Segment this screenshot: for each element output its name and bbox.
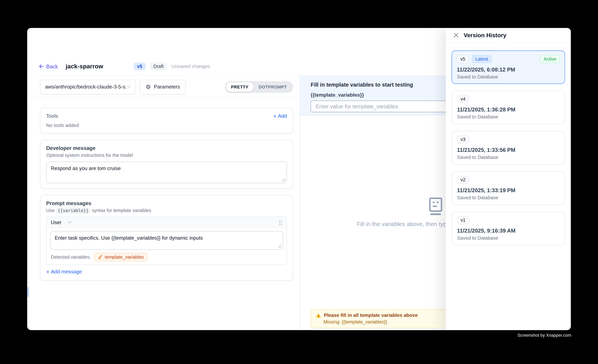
warning-icon: [316, 313, 321, 318]
version-history-title: Version History: [464, 32, 506, 39]
version-card-v4[interactable]: v411/21/2025, 1:36:28 PMSaved to Databas…: [452, 91, 565, 124]
header-badges: v5 Draft Unsaved changes: [133, 63, 210, 70]
pen-icon: [98, 255, 102, 259]
version-status: Saved to Database: [457, 114, 560, 120]
resize-grip-icon[interactable]: [278, 244, 281, 248]
message-card: User Enter task specifics. Use {{templat…: [46, 217, 287, 265]
version-list: v5LatestActive11/22/2025, 6:08:12 PMSave…: [446, 43, 571, 253]
plus-icon: +: [273, 113, 276, 119]
parameters-label: Parameters: [154, 84, 180, 90]
version-number-badge: v1: [457, 216, 469, 224]
version-number-badge: v2: [457, 176, 469, 184]
version-timestamp: 11/21/2025, 1:33:56 PM: [457, 147, 560, 153]
version-timestamp: 11/22/2025, 6:08:12 PM: [457, 66, 560, 73]
version-card-v5[interactable]: v5LatestActive11/22/2025, 6:08:12 PMSave…: [452, 50, 565, 84]
active-badge: Active: [540, 55, 560, 63]
detected-variable-badge[interactable]: template_variables: [94, 253, 148, 261]
version-history-panel: Version History v5LatestActive11/22/2025…: [446, 28, 571, 330]
version-number-badge: v4: [457, 95, 469, 103]
version-number-badge: v5: [457, 55, 469, 63]
detected-variables-row: Detected variables: template_variables: [50, 253, 283, 261]
tools-empty-text: No tools added: [46, 123, 287, 128]
watermark: Screenshot by Xnapper.com: [517, 333, 571, 338]
version-status: Saved to Database: [457, 74, 560, 79]
message-role-value: User: [51, 219, 61, 225]
drag-handle-icon[interactable]: [279, 220, 282, 225]
page-title: jack-sparrow: [66, 63, 103, 70]
variable-syntax-chip: {{variable}}: [56, 208, 91, 214]
prompt-messages-card: Prompt messages Use {{variable}} syntax …: [40, 195, 293, 281]
message-body: Enter task specifics. Use {{template_var…: [47, 228, 287, 265]
tools-title: Tools: [46, 113, 58, 119]
add-tool-label: Add: [278, 113, 287, 119]
warning-title: Please fill in all template variables ab…: [324, 313, 418, 318]
version-number-badge: v3: [457, 135, 469, 143]
version-status: Saved to Database: [457, 235, 560, 241]
gear-icon: ⚙: [146, 84, 151, 90]
developer-message-title: Developer message: [46, 145, 287, 151]
version-card-v2[interactable]: v211/21/2025, 1:33:19 PMSaved to Databas…: [452, 171, 565, 205]
tools-card: Tools + Add No tools added: [40, 108, 293, 133]
version-card-v3[interactable]: v311/21/2025, 1:33:56 PMSaved to Databas…: [452, 131, 565, 165]
hint-prefix: Use: [46, 208, 55, 213]
latest-badge: Latest: [472, 55, 492, 63]
version-history-header: Version History: [446, 28, 571, 43]
version-status: Saved to Database: [457, 155, 560, 160]
arrow-left-icon: [39, 64, 44, 69]
toggle-pretty[interactable]: PRETTY: [226, 82, 253, 91]
resize-grip-icon[interactable]: [282, 178, 285, 182]
draft-badge: Draft: [150, 63, 167, 70]
message-header: User: [47, 217, 287, 228]
model-select[interactable]: aws/anthropic/bedrock-claude-3-5-s...: [40, 79, 136, 94]
prompt-messages-title: Prompt messages: [46, 200, 287, 206]
message-role-select[interactable]: User: [51, 219, 72, 225]
model-select-value: aws/anthropic/bedrock-claude-3-5-s...: [45, 84, 127, 90]
developer-message-subtitle: Optional system instructions for the mod…: [46, 153, 287, 158]
version-status: Saved to Database: [457, 195, 560, 200]
developer-message-value: Respond as you are tom cruise: [51, 165, 121, 171]
version-timestamp: 11/21/2025, 1:36:28 PM: [457, 107, 560, 113]
robot-icon: [428, 197, 443, 215]
chevron-down-icon: [68, 221, 72, 224]
screenshot-stage: Back jack-sparrow v5 Draft Unsaved chang…: [0, 0, 598, 364]
prompt-messages-hint: Use {{variable}} syntax for template var…: [46, 208, 287, 213]
toggle-dotprompt[interactable]: DOTPROMPT: [254, 82, 292, 91]
background-window-accent: [27, 287, 29, 297]
version-card-v1[interactable]: v111/21/2025, 9:16:39 AMSaved to Databas…: [452, 212, 565, 246]
back-button[interactable]: Back: [39, 64, 58, 69]
close-icon[interactable]: [454, 33, 458, 38]
detected-variable-name: template_variables: [105, 254, 144, 260]
message-input[interactable]: Enter task specifics. Use {{template_var…: [50, 231, 283, 250]
editor-scroll-area: Tools + Add No tools added Developer mes…: [29, 98, 300, 330]
app-window: Back jack-sparrow v5 Draft Unsaved chang…: [29, 28, 571, 330]
add-message-button[interactable]: + Add message: [46, 269, 82, 274]
plus-icon: +: [46, 269, 49, 274]
hint-suffix: syntax for template variables: [92, 208, 151, 213]
parameters-button[interactable]: ⚙ Parameters: [140, 79, 186, 94]
version-badge: v5: [133, 63, 146, 70]
back-label: Back: [46, 64, 58, 69]
model-toolbar: aws/anthropic/bedrock-claude-3-5-s... ⚙ …: [29, 76, 300, 98]
chevron-down-icon: [127, 85, 131, 88]
version-timestamp: 11/21/2025, 9:16:39 AM: [457, 228, 560, 234]
unsaved-changes-label: Unsaved changes: [171, 64, 210, 69]
detected-variables-label: Detected variables:: [51, 254, 91, 260]
prompt-editor-panel: aws/anthropic/bedrock-claude-3-5-s... ⚙ …: [29, 76, 300, 330]
add-message-label: Add message: [51, 269, 82, 274]
developer-message-input[interactable]: Respond as you are tom cruise: [46, 162, 287, 183]
message-value: Enter task specifics. Use {{template_var…: [55, 235, 203, 241]
developer-message-card: Developer message Optional system instru…: [40, 140, 293, 189]
version-timestamp: 11/21/2025, 1:33:19 PM: [457, 187, 560, 193]
add-tool-button[interactable]: + Add: [273, 113, 287, 119]
format-toggle: PRETTY DOTPROMPT: [225, 81, 293, 93]
